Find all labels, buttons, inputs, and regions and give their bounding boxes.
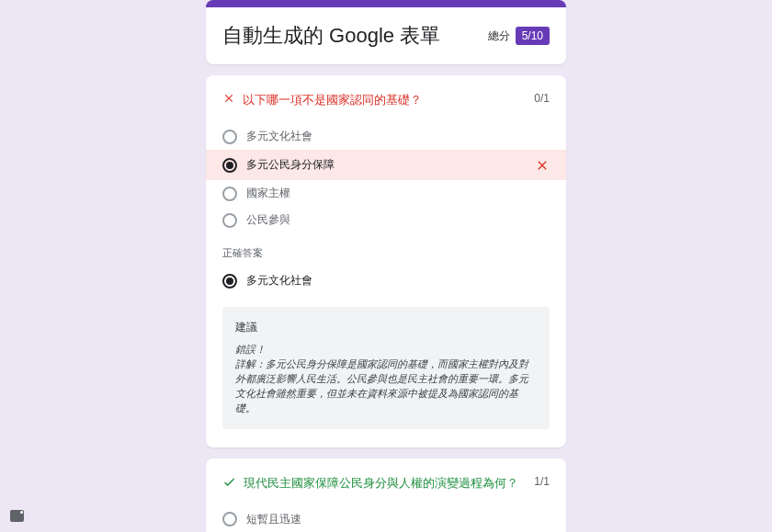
option-label: 多元公民身分保障	[246, 157, 526, 173]
radio-unselected-icon	[222, 187, 237, 201]
feedback-title: 建議	[235, 320, 537, 335]
report-chip-icon[interactable]	[10, 510, 24, 522]
total-score: 總分 5/10	[488, 27, 550, 45]
radio-selected-icon	[222, 158, 237, 173]
form-viewport[interactable]: 自動生成的 Google 表單 總分 5/10 以下哪一項不是國家認同的基礎？ …	[0, 0, 772, 532]
option-row[interactable]: 多元文化社會	[206, 123, 566, 150]
option-label: 短暫且迅速	[246, 512, 550, 527]
form-title: 自動生成的 Google 表單	[222, 22, 440, 50]
correct-answer-label: 正確答案	[222, 246, 550, 260]
question-points: 0/1	[534, 92, 550, 105]
radio-selected-icon	[222, 274, 237, 289]
option-row[interactable]: 國家主權	[206, 180, 566, 207]
x-icon	[535, 158, 550, 173]
radio-unselected-icon	[222, 213, 237, 228]
option-row[interactable]: 公民參與	[206, 207, 566, 233]
score-badge: 5/10	[516, 27, 550, 45]
form-header-card: 自動生成的 Google 表單 總分 5/10	[206, 0, 566, 64]
question-card: 現代民主國家保障公民身分與人權的演變過程為何？ 1/1 短暫且迅速 漫長且複雜	[206, 458, 566, 532]
question-points: 1/1	[534, 475, 550, 488]
check-icon	[222, 475, 236, 489]
option-label: 國家主權	[246, 186, 550, 201]
score-label: 總分	[488, 28, 510, 44]
option-label: 多元文化社會	[246, 129, 550, 144]
question-title: 現代民主國家保障公民身分與人權的演變過程為何？	[244, 475, 518, 492]
option-row[interactable]: 短暫且迅速	[206, 506, 566, 532]
question-card: 以下哪一項不是國家認同的基礎？ 0/1 多元文化社會 多元公民身分保障	[206, 75, 566, 447]
radio-unselected-icon	[222, 130, 237, 144]
correct-answer-row: 多元文化社會	[222, 267, 550, 294]
correct-answer-text: 多元文化社會	[246, 273, 550, 289]
feedback-box: 建議 錯誤！詳解：多元公民身分保障是國家認同的基礎，而國家主權對內及對外都廣泛影…	[222, 307, 550, 429]
question-title: 以下哪一項不是國家認同的基礎？	[243, 92, 422, 108]
x-icon	[222, 92, 235, 105]
option-row-selected-wrong[interactable]: 多元公民身分保障	[206, 150, 566, 180]
radio-unselected-icon	[222, 512, 237, 526]
feedback-body: 錯誤！詳解：多元公民身分保障是國家認同的基礎，而國家主權對內及對外都廣泛影響人民…	[235, 343, 537, 416]
option-label: 公民參與	[246, 212, 550, 228]
